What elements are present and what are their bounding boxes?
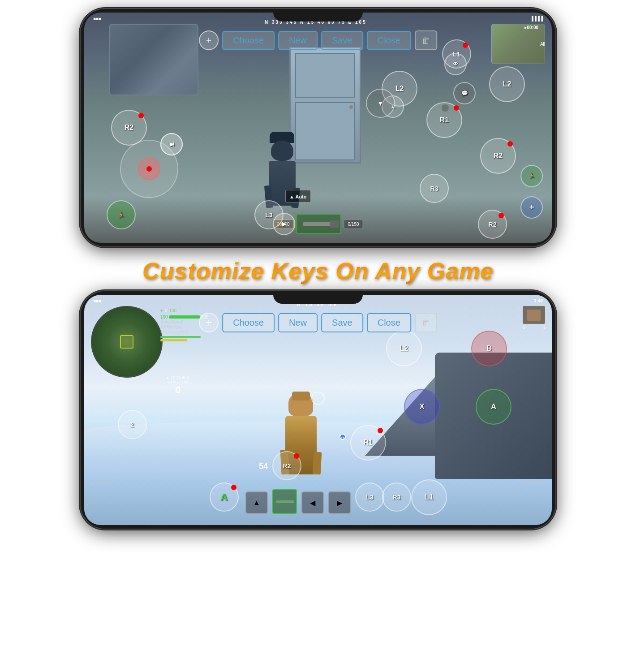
- screen-bottom: ■■■ N 15 30 NE 3:46: [81, 291, 555, 529]
- weapon-active-bottom[interactable]: [272, 489, 297, 514]
- joystick-dot-top: [146, 166, 152, 172]
- choose-btn-bottom[interactable]: Choose: [222, 313, 275, 332]
- save-btn-bottom[interactable]: Save: [321, 313, 363, 332]
- game-bg-top: ■■■ N 330 345 N 15 40 60 75 E 105 ▐▐▐▐: [84, 13, 552, 243]
- battery-top: ▐▐▐▐: [530, 16, 543, 21]
- trash-btn-bottom[interactable]: 🗑: [415, 313, 437, 332]
- blue-pin-bottom: R: [339, 434, 346, 440]
- action-aim-top[interactable]: ✛: [520, 196, 543, 219]
- l2-right-btn-top[interactable]: L2: [489, 66, 525, 102]
- action-a-bottom[interactable]: A: [210, 482, 239, 512]
- choose-btn-top[interactable]: Choose: [222, 31, 275, 50]
- new-btn-top[interactable]: New: [278, 31, 318, 50]
- weapon-slot-top: [297, 214, 341, 234]
- page-wrapper: ■■■ N 330 345 N 15 40 60 75 E 105 ▐▐▐▐: [0, 0, 636, 672]
- minimap-top: [109, 24, 198, 95]
- r1-dot: [454, 105, 459, 111]
- save-btn-top[interactable]: Save: [321, 31, 363, 50]
- b-btn-bottom[interactable]: B: [471, 331, 507, 366]
- x-btn-bottom[interactable]: X: [404, 389, 440, 425]
- player-name-bl: 159357csy: [91, 480, 111, 485]
- carrier-text: ■■■: [93, 16, 101, 21]
- inventory-top-right-bottom: 00: [523, 306, 545, 330]
- l1-dot-top: [463, 43, 468, 48]
- r1-dot-bottom: [378, 428, 383, 433]
- new-btn-bottom[interactable]: New: [278, 313, 318, 332]
- auto-indicator: ▲ Auto: [285, 190, 311, 202]
- r2left-dot: [138, 113, 144, 118]
- chat-icon-top[interactable]: 💬: [453, 82, 476, 104]
- game-time-top: ▸00:00: [524, 25, 538, 30]
- r2-label-bottom: 54: [259, 462, 268, 471]
- r2-left-btn-top[interactable]: R2: [111, 110, 147, 146]
- phone-top: ■■■ N 330 345 N 15 40 60 75 E 105 ▐▐▐▐: [81, 9, 555, 246]
- carrier-bottom: ■■■: [93, 298, 101, 303]
- all-label-top: All: [540, 42, 545, 47]
- l3-btn-top[interactable]: L3: [254, 200, 284, 229]
- notch-top: [273, 9, 363, 22]
- door-panel-top: [295, 53, 355, 98]
- screen-top: ■■■ N 330 345 N 15 40 60 75 E 105 ▐▐▐▐: [81, 9, 555, 246]
- gear-icon-top: [442, 104, 449, 112]
- r1-btn-bottom[interactable]: R1: [350, 425, 386, 461]
- toolbar-top: + Choose New Save Close 🗑: [199, 30, 437, 50]
- trash-btn-top[interactable]: 🗑: [415, 30, 437, 50]
- toolbar-bottom: + Choose New Save Close 🗑: [199, 313, 437, 332]
- down-arrow-top[interactable]: ▼: [366, 89, 395, 118]
- eye-icon-top[interactable]: 👁: [444, 53, 467, 75]
- r2-dot-bottom: [294, 453, 299, 459]
- l2-btn-bottom[interactable]: L2: [386, 331, 422, 366]
- phone-bottom: ■■■ N 15 30 NE 3:46: [81, 291, 555, 529]
- add-btn-top[interactable]: +: [199, 30, 219, 50]
- add-btn-bottom[interactable]: +: [199, 313, 219, 332]
- close-btn-top[interactable]: Close: [367, 31, 411, 50]
- r2-dot-top: [507, 141, 513, 146]
- r3-btn-bottom[interactable]: R3: [382, 482, 411, 512]
- l3-btn-bottom[interactable]: L3: [355, 482, 384, 512]
- notch-bottom: [273, 291, 363, 304]
- r2-btn-top[interactable]: R2: [480, 138, 516, 174]
- char-head: [271, 141, 293, 161]
- arrow-btns-top: ◀ ▶: [160, 131, 196, 158]
- char2-head: [288, 394, 313, 416]
- weapon-bar-top: 30/60 0/150 ▶: [273, 214, 363, 234]
- player-info-bottom: Sora-Sora2 159357csy 仲ものもは件に: [160, 319, 201, 341]
- ammo-display2: 0/150: [344, 220, 363, 229]
- r2b-btn-top[interactable]: R2: [478, 210, 507, 239]
- r3-btn-top[interactable]: R3: [420, 174, 449, 203]
- joystick-inner-top: [138, 158, 160, 180]
- arrow-up-bottom[interactable]: ▲: [245, 491, 268, 514]
- middle-text: Customize Keys On Any Game: [142, 251, 494, 291]
- time-bottom: 3:46: [534, 298, 543, 303]
- arrow-right-bottom[interactable]: ▶: [328, 491, 351, 514]
- player-name-br: Sora-Sora2: [524, 480, 545, 485]
- arrow-left-bottom[interactable]: ◀: [301, 491, 324, 514]
- close-btn-bottom[interactable]: Close: [367, 313, 411, 332]
- action-btn-bottom-left-top[interactable]: 🏃: [107, 200, 136, 229]
- score-bottom: ▸ 17:20 ⊕ 0 GOAL: 100 0: [167, 375, 189, 396]
- action-run-top[interactable]: 🏃: [520, 165, 543, 187]
- r2-left-bottom[interactable]: 2: [118, 410, 147, 439]
- a-dot-bottom: [231, 485, 236, 490]
- minimap-bottom: [91, 306, 163, 378]
- r2b-dot-top: [498, 213, 504, 218]
- arrow-right-top[interactable]: ▶: [160, 133, 183, 155]
- l1-btn-bottom[interactable]: L1: [411, 479, 447, 515]
- game-bg-bottom: ■■■ N 15 30 NE 3:46: [84, 295, 552, 525]
- r2-btn-bottom[interactable]: R2: [272, 451, 301, 480]
- a-btn-bottom[interactable]: A: [476, 389, 511, 425]
- door-panel-bottom: [295, 102, 355, 160]
- crosshair-bottom: [311, 392, 325, 405]
